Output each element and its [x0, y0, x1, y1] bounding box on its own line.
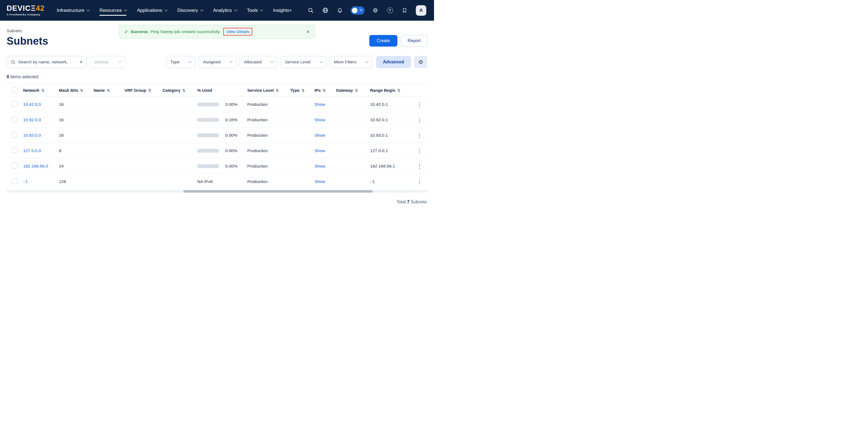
percent-used-cell: 0.00%	[197, 133, 247, 138]
column-label: % Used	[197, 88, 212, 93]
select-all-checkbox[interactable]	[11, 87, 18, 93]
column-header[interactable]: IPs ⇅	[314, 88, 336, 93]
column-header[interactable]: Gateway ⇅	[336, 88, 370, 93]
horizontal-scrollbar-track[interactable]	[7, 190, 427, 192]
column-header[interactable]: Name ⇅	[94, 88, 124, 93]
report-button[interactable]: Report	[401, 35, 427, 47]
row-checkbox-cell	[7, 132, 23, 139]
column-label: VRF Group	[124, 88, 146, 93]
header-checkbox-cell	[7, 87, 23, 94]
horizontal-scrollbar-thumb[interactable]	[183, 190, 373, 192]
ips-show-link[interactable]: Show	[314, 148, 325, 153]
subnet-network-link[interactable]: 192.168.56.0	[23, 164, 48, 168]
row-menu-kebab-icon[interactable]: ⋮	[415, 101, 424, 108]
table-header: Network ⇅ Mask Bits ⇅ Name ⇅ VRF Group ⇅…	[7, 84, 427, 97]
actions-dropdown[interactable]: Actions	[90, 56, 126, 68]
question-mark: ?	[389, 8, 391, 12]
sort-icon[interactable]: ⇅	[302, 88, 305, 93]
view-details-link[interactable]: View Details	[226, 29, 249, 34]
sort-icon[interactable]: ⇅	[355, 88, 358, 93]
search-clear-icon[interactable]: ✕	[79, 60, 83, 64]
toggle-knob	[352, 8, 358, 13]
column-header[interactable]: Service Level ⇅	[247, 88, 290, 93]
sort-icon[interactable]: ⇅	[323, 88, 326, 93]
nav-item-label: Insights+	[273, 8, 292, 13]
filter-dropdown[interactable]: Assigned	[198, 56, 236, 68]
service-level-cell: Production	[247, 117, 290, 122]
sort-icon[interactable]: ⇅	[80, 88, 83, 93]
sort-icon[interactable]: ⇅	[107, 88, 110, 93]
globe-icon[interactable]	[322, 7, 329, 14]
row-checkbox[interactable]	[11, 162, 18, 169]
filter-toolbar: ✕ Actions Type Assigned Allocated Servic…	[7, 56, 427, 68]
nav-menu-item[interactable]: Insights+	[273, 5, 292, 16]
theme-toggle[interactable]: ☀	[351, 7, 364, 14]
table-settings-gear-button[interactable]: ⚙	[414, 56, 427, 68]
search-box[interactable]: ✕	[7, 56, 87, 68]
filter-dropdown[interactable]: Service Level	[281, 56, 326, 68]
row-menu-kebab-icon[interactable]: ⋮	[415, 132, 424, 138]
ips-show-link[interactable]: Show	[314, 164, 325, 168]
bookmark-icon[interactable]	[401, 7, 408, 14]
column-header[interactable]: Network ⇅	[23, 88, 59, 93]
filter-dropdown-label: Service Level	[285, 60, 311, 64]
row-checkbox[interactable]	[11, 132, 18, 138]
nav-menu-item[interactable]: Applications	[137, 5, 167, 16]
search-input[interactable]	[18, 60, 77, 64]
percent-used-value: 0.00%	[221, 133, 237, 138]
device42-logo[interactable]: DEVICΞ42 A Freshworks Company	[7, 5, 44, 16]
help-icon[interactable]: ?	[386, 7, 393, 14]
banner-status: Success	[130, 29, 148, 34]
row-menu-kebab-icon[interactable]: ⋮	[415, 148, 424, 154]
row-checkbox[interactable]	[11, 178, 18, 184]
column-header[interactable]: Range Begin ⇅	[370, 88, 411, 93]
subnet-network-link[interactable]: 10.42.0.0	[23, 102, 41, 107]
column-header[interactable]: Mask Bits ⇅	[59, 88, 94, 93]
row-menu-kebab-icon[interactable]: ⋮	[415, 179, 424, 185]
ips-show-link[interactable]: Show	[314, 179, 325, 184]
row-checkbox[interactable]	[11, 147, 18, 153]
subnet-network-link[interactable]: 10.93.0.0	[23, 133, 41, 138]
row-menu-kebab-icon[interactable]: ⋮	[415, 163, 424, 169]
notifications-bell-icon[interactable]	[337, 7, 343, 14]
filter-dropdown[interactable]: More Filters	[330, 56, 372, 68]
advanced-button[interactable]: Advanced	[376, 56, 411, 68]
row-menu-kebab-icon[interactable]: ⋮	[415, 117, 424, 123]
sort-icon[interactable]: ⇅	[41, 88, 44, 93]
subnet-network-link[interactable]: ::1	[23, 179, 28, 184]
column-header[interactable]: Category ⇅	[162, 88, 197, 93]
ips-cell: Show	[314, 179, 336, 184]
nav-menu-item[interactable]: Discovery	[177, 5, 203, 16]
filter-dropdown[interactable]: Type	[166, 56, 195, 68]
column-header[interactable]: Type ⇅	[290, 88, 314, 93]
row-checkbox[interactable]	[11, 101, 18, 107]
column-label: Category	[162, 88, 180, 93]
search-icon[interactable]	[307, 7, 314, 14]
ips-show-link[interactable]: Show	[314, 102, 325, 107]
chevron-down-icon	[124, 8, 127, 11]
row-menu-cell: ⋮	[411, 101, 427, 108]
sort-icon[interactable]: ⇅	[148, 88, 151, 93]
chevron-down-icon	[87, 8, 90, 11]
subnet-network-link[interactable]: 127.0.0.0	[23, 148, 41, 153]
settings-gear-icon[interactable]: ⚙	[372, 7, 379, 14]
nav-menu-item[interactable]: Analytics	[213, 5, 237, 16]
sort-icon[interactable]: ⇅	[276, 88, 279, 93]
filter-dropdown[interactable]: Allocated	[240, 56, 277, 68]
banner-close-icon[interactable]: ✕	[306, 29, 310, 34]
subnet-network-link[interactable]: 10.92.0.0	[23, 117, 41, 122]
service-level-cell: Production	[247, 179, 290, 184]
row-checkbox[interactable]	[11, 116, 18, 122]
sort-icon[interactable]: ⇅	[397, 88, 400, 93]
range-begin-cell: 10.42.0.1	[370, 102, 411, 107]
column-header[interactable]: VRF Group ⇅	[124, 88, 162, 93]
user-avatar[interactable]: A	[416, 5, 426, 16]
nav-menu-item[interactable]: Tools	[247, 5, 263, 16]
ips-show-link[interactable]: Show	[314, 133, 325, 138]
ips-show-link[interactable]: Show	[314, 117, 325, 122]
create-button[interactable]: Create	[369, 35, 397, 47]
nav-menu-item[interactable]: Infrastructure	[57, 5, 89, 16]
nav-menu-item[interactable]: Resources	[99, 5, 126, 16]
sort-icon[interactable]: ⇅	[182, 88, 185, 93]
column-header[interactable]: % Used	[197, 88, 247, 93]
